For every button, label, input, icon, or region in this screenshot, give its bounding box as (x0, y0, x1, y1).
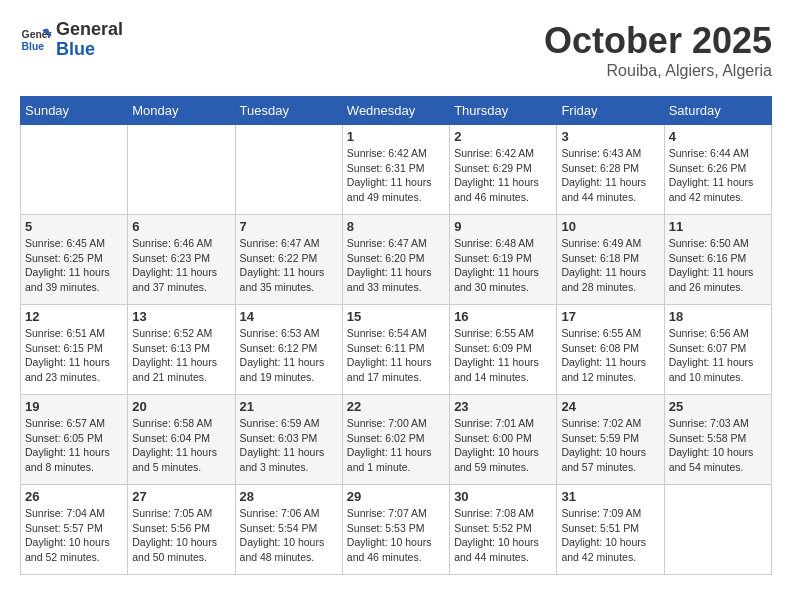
calendar-cell: 26Sunrise: 7:04 AM Sunset: 5:57 PM Dayli… (21, 485, 128, 575)
weekday-header-tuesday: Tuesday (235, 97, 342, 125)
weekday-header-thursday: Thursday (450, 97, 557, 125)
day-info: Sunrise: 6:49 AM Sunset: 6:18 PM Dayligh… (561, 236, 659, 295)
day-number: 17 (561, 309, 659, 324)
calendar-cell: 27Sunrise: 7:05 AM Sunset: 5:56 PM Dayli… (128, 485, 235, 575)
calendar-cell: 14Sunrise: 6:53 AM Sunset: 6:12 PM Dayli… (235, 305, 342, 395)
calendar-cell: 1Sunrise: 6:42 AM Sunset: 6:31 PM Daylig… (342, 125, 449, 215)
calendar-cell: 6Sunrise: 6:46 AM Sunset: 6:23 PM Daylig… (128, 215, 235, 305)
calendar-cell (235, 125, 342, 215)
calendar-cell: 9Sunrise: 6:48 AM Sunset: 6:19 PM Daylig… (450, 215, 557, 305)
calendar-week-row: 26Sunrise: 7:04 AM Sunset: 5:57 PM Dayli… (21, 485, 772, 575)
day-info: Sunrise: 7:05 AM Sunset: 5:56 PM Dayligh… (132, 506, 230, 565)
calendar-cell: 30Sunrise: 7:08 AM Sunset: 5:52 PM Dayli… (450, 485, 557, 575)
day-info: Sunrise: 6:42 AM Sunset: 6:29 PM Dayligh… (454, 146, 552, 205)
calendar-cell: 21Sunrise: 6:59 AM Sunset: 6:03 PM Dayli… (235, 395, 342, 485)
calendar-cell: 17Sunrise: 6:55 AM Sunset: 6:08 PM Dayli… (557, 305, 664, 395)
day-info: Sunrise: 6:57 AM Sunset: 6:05 PM Dayligh… (25, 416, 123, 475)
calendar-cell: 23Sunrise: 7:01 AM Sunset: 6:00 PM Dayli… (450, 395, 557, 485)
weekday-header-row: SundayMondayTuesdayWednesdayThursdayFrid… (21, 97, 772, 125)
calendar-cell: 25Sunrise: 7:03 AM Sunset: 5:58 PM Dayli… (664, 395, 771, 485)
day-number: 4 (669, 129, 767, 144)
calendar-cell: 16Sunrise: 6:55 AM Sunset: 6:09 PM Dayli… (450, 305, 557, 395)
day-number: 26 (25, 489, 123, 504)
day-number: 30 (454, 489, 552, 504)
calendar-cell (21, 125, 128, 215)
calendar-week-row: 5Sunrise: 6:45 AM Sunset: 6:25 PM Daylig… (21, 215, 772, 305)
weekday-header-friday: Friday (557, 97, 664, 125)
calendar-cell: 18Sunrise: 6:56 AM Sunset: 6:07 PM Dayli… (664, 305, 771, 395)
day-number: 24 (561, 399, 659, 414)
calendar-cell (128, 125, 235, 215)
calendar-cell: 12Sunrise: 6:51 AM Sunset: 6:15 PM Dayli… (21, 305, 128, 395)
day-info: Sunrise: 6:58 AM Sunset: 6:04 PM Dayligh… (132, 416, 230, 475)
location-subtitle: Rouiba, Algiers, Algeria (544, 62, 772, 80)
day-number: 1 (347, 129, 445, 144)
day-number: 2 (454, 129, 552, 144)
day-info: Sunrise: 6:52 AM Sunset: 6:13 PM Dayligh… (132, 326, 230, 385)
month-title: October 2025 (544, 20, 772, 62)
calendar-cell: 31Sunrise: 7:09 AM Sunset: 5:51 PM Dayli… (557, 485, 664, 575)
day-number: 3 (561, 129, 659, 144)
day-number: 21 (240, 399, 338, 414)
day-number: 19 (25, 399, 123, 414)
day-info: Sunrise: 6:53 AM Sunset: 6:12 PM Dayligh… (240, 326, 338, 385)
page-header: General Blue General Blue October 2025 R… (20, 20, 772, 80)
calendar-cell: 10Sunrise: 6:49 AM Sunset: 6:18 PM Dayli… (557, 215, 664, 305)
calendar-cell (664, 485, 771, 575)
title-block: October 2025 Rouiba, Algiers, Algeria (544, 20, 772, 80)
weekday-header-wednesday: Wednesday (342, 97, 449, 125)
calendar-cell: 24Sunrise: 7:02 AM Sunset: 5:59 PM Dayli… (557, 395, 664, 485)
calendar-cell: 20Sunrise: 6:58 AM Sunset: 6:04 PM Dayli… (128, 395, 235, 485)
calendar-cell: 3Sunrise: 6:43 AM Sunset: 6:28 PM Daylig… (557, 125, 664, 215)
day-info: Sunrise: 6:50 AM Sunset: 6:16 PM Dayligh… (669, 236, 767, 295)
day-info: Sunrise: 6:43 AM Sunset: 6:28 PM Dayligh… (561, 146, 659, 205)
day-info: Sunrise: 6:59 AM Sunset: 6:03 PM Dayligh… (240, 416, 338, 475)
calendar-week-row: 1Sunrise: 6:42 AM Sunset: 6:31 PM Daylig… (21, 125, 772, 215)
calendar-cell: 19Sunrise: 6:57 AM Sunset: 6:05 PM Dayli… (21, 395, 128, 485)
calendar-cell: 8Sunrise: 6:47 AM Sunset: 6:20 PM Daylig… (342, 215, 449, 305)
day-number: 8 (347, 219, 445, 234)
logo: General Blue General Blue (20, 20, 123, 60)
day-info: Sunrise: 7:00 AM Sunset: 6:02 PM Dayligh… (347, 416, 445, 475)
day-number: 27 (132, 489, 230, 504)
day-number: 9 (454, 219, 552, 234)
day-number: 29 (347, 489, 445, 504)
calendar-cell: 2Sunrise: 6:42 AM Sunset: 6:29 PM Daylig… (450, 125, 557, 215)
day-number: 6 (132, 219, 230, 234)
calendar-cell: 29Sunrise: 7:07 AM Sunset: 5:53 PM Dayli… (342, 485, 449, 575)
day-number: 20 (132, 399, 230, 414)
calendar-cell: 5Sunrise: 6:45 AM Sunset: 6:25 PM Daylig… (21, 215, 128, 305)
day-info: Sunrise: 7:04 AM Sunset: 5:57 PM Dayligh… (25, 506, 123, 565)
day-number: 15 (347, 309, 445, 324)
day-number: 22 (347, 399, 445, 414)
day-number: 12 (25, 309, 123, 324)
day-info: Sunrise: 6:51 AM Sunset: 6:15 PM Dayligh… (25, 326, 123, 385)
weekday-header-sunday: Sunday (21, 97, 128, 125)
day-info: Sunrise: 7:02 AM Sunset: 5:59 PM Dayligh… (561, 416, 659, 475)
calendar-header: SundayMondayTuesdayWednesdayThursdayFrid… (21, 97, 772, 125)
calendar-table: SundayMondayTuesdayWednesdayThursdayFrid… (20, 96, 772, 575)
calendar-cell: 7Sunrise: 6:47 AM Sunset: 6:22 PM Daylig… (235, 215, 342, 305)
day-info: Sunrise: 7:01 AM Sunset: 6:00 PM Dayligh… (454, 416, 552, 475)
calendar-cell: 11Sunrise: 6:50 AM Sunset: 6:16 PM Dayli… (664, 215, 771, 305)
day-info: Sunrise: 6:56 AM Sunset: 6:07 PM Dayligh… (669, 326, 767, 385)
day-number: 11 (669, 219, 767, 234)
weekday-header-saturday: Saturday (664, 97, 771, 125)
calendar-cell: 4Sunrise: 6:44 AM Sunset: 6:26 PM Daylig… (664, 125, 771, 215)
svg-text:Blue: Blue (22, 40, 45, 51)
calendar-cell: 28Sunrise: 7:06 AM Sunset: 5:54 PM Dayli… (235, 485, 342, 575)
day-number: 13 (132, 309, 230, 324)
day-info: Sunrise: 7:06 AM Sunset: 5:54 PM Dayligh… (240, 506, 338, 565)
day-number: 16 (454, 309, 552, 324)
day-number: 7 (240, 219, 338, 234)
day-info: Sunrise: 6:54 AM Sunset: 6:11 PM Dayligh… (347, 326, 445, 385)
calendar-week-row: 19Sunrise: 6:57 AM Sunset: 6:05 PM Dayli… (21, 395, 772, 485)
day-info: Sunrise: 6:55 AM Sunset: 6:08 PM Dayligh… (561, 326, 659, 385)
day-info: Sunrise: 6:42 AM Sunset: 6:31 PM Dayligh… (347, 146, 445, 205)
day-info: Sunrise: 7:03 AM Sunset: 5:58 PM Dayligh… (669, 416, 767, 475)
calendar-body: 1Sunrise: 6:42 AM Sunset: 6:31 PM Daylig… (21, 125, 772, 575)
day-info: Sunrise: 6:55 AM Sunset: 6:09 PM Dayligh… (454, 326, 552, 385)
weekday-header-monday: Monday (128, 97, 235, 125)
day-number: 25 (669, 399, 767, 414)
day-info: Sunrise: 6:47 AM Sunset: 6:22 PM Dayligh… (240, 236, 338, 295)
